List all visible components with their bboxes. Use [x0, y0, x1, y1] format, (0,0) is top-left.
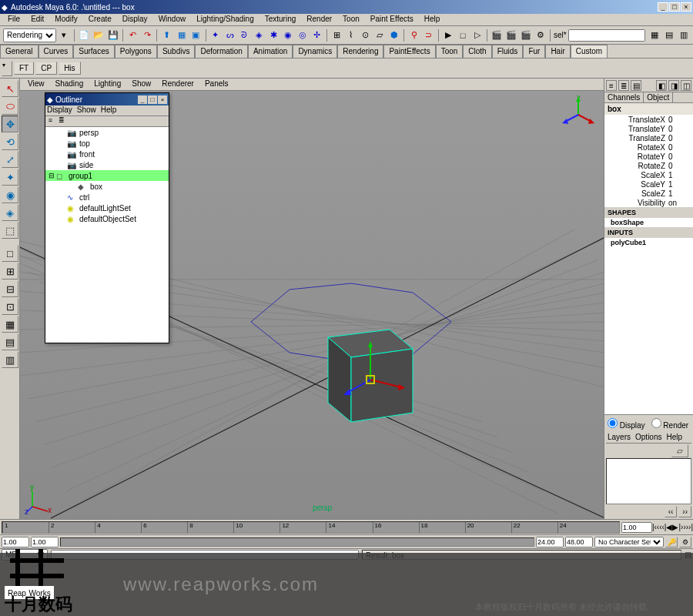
outliner-item[interactable]: 📷persp [45, 127, 169, 138]
cb-icon-2[interactable]: ≣ [618, 80, 629, 91]
vp-menu-view[interactable]: View [23, 79, 49, 90]
render-globals-button[interactable]: ▷ [470, 28, 484, 42]
outliner-item[interactable]: ⊟◻group1 [45, 170, 169, 181]
layout-button-3[interactable]: ▦ [2, 316, 18, 333]
render-button[interactable]: □ [457, 28, 470, 42]
menu-edit[interactable]: Edit [26, 14, 49, 25]
soft-modification-tool[interactable]: ◉ [2, 186, 18, 203]
outliner-close-button[interactable]: × [158, 95, 167, 104]
menu-modify[interactable]: Modify [50, 14, 82, 25]
shelf-tab-painteffects[interactable]: PaintEffects [383, 45, 435, 58]
mask-joint-icon[interactable]: ᔕ [223, 28, 236, 42]
cb-icon-6[interactable]: ◫ [681, 80, 691, 91]
scale-tool[interactable]: ⤢ [2, 151, 18, 168]
manip-tool[interactable]: ✦ [2, 169, 18, 186]
cb-icon-1[interactable]: ≡ [606, 80, 617, 91]
command-input[interactable] [51, 550, 359, 560]
cube-object[interactable] [305, 306, 436, 437]
menu-file[interactable]: File [3, 14, 25, 25]
play-start-field[interactable] [31, 537, 59, 547]
outliner-filter-icon[interactable]: ≡ [45, 116, 56, 126]
outliner-maximize-button[interactable]: □ [148, 95, 157, 104]
menu-help[interactable]: Help [420, 14, 445, 25]
history-toggle-button[interactable]: ⚲ [407, 28, 420, 42]
snap-point-button[interactable]: ⊙ [359, 28, 372, 42]
shelf-tab-rendering[interactable]: Rendering [337, 45, 383, 58]
outliner-panel[interactable]: ◆ Outliner _ □ × Display Show Help ≡ ≣ [45, 92, 169, 343]
shelf-options-icon[interactable]: ▾ [2, 61, 12, 76]
cb-icon-4[interactable]: ◧ [656, 80, 667, 91]
outliner-menu-display[interactable]: Display [47, 105, 72, 116]
menu-lighting[interactable]: Lighting/Shading [192, 14, 259, 25]
vp-menu-lighting[interactable]: Lighting [89, 79, 126, 90]
channel-attr-row[interactable]: ScaleX1 [604, 170, 693, 179]
outliner-item[interactable]: ◉defaultLightSet [45, 203, 169, 213]
layout-button-4[interactable]: ▤ [2, 333, 18, 350]
outliner-minimize-button[interactable]: _ [138, 95, 147, 104]
menu-texturing[interactable]: Texturing [260, 14, 301, 25]
snap-curve-button[interactable]: ⌇ [344, 28, 357, 42]
mask-deform-icon[interactable]: ✱ [267, 28, 280, 42]
outliner-item[interactable]: ∿ctrl [45, 192, 169, 203]
menu-render[interactable]: Render [302, 14, 336, 25]
clapboard-icon[interactable]: 🎬 [490, 28, 504, 42]
channel-attr-row[interactable]: ScaleY1 [604, 179, 693, 189]
layout-button-5[interactable]: ▥ [2, 351, 18, 368]
goto-end-button[interactable]: ›| [688, 523, 693, 531]
channel-attr-row[interactable]: TranslateX0 [604, 115, 693, 124]
shelf-button-ft[interactable]: FT [14, 62, 34, 75]
scroll-right-button[interactable]: ›› [678, 506, 691, 517]
single-view-button[interactable]: □ [2, 245, 18, 262]
select-tool[interactable]: ↖ [2, 80, 18, 97]
module-dropdown[interactable]: Rendering [3, 28, 56, 42]
close-button[interactable]: × [681, 2, 691, 12]
outliner-item[interactable]: ◆box [45, 181, 169, 192]
anim-prefs-button[interactable]: ⚙ [679, 537, 691, 547]
maximize-button[interactable]: □ [669, 2, 680, 12]
layout-button-2[interactable]: ⊡ [2, 298, 18, 315]
move-tool[interactable]: ✥ [2, 116, 18, 132]
outliner-menu-show[interactable]: Show [77, 105, 96, 116]
show-manip-tool[interactable]: ◈ [2, 204, 18, 221]
step-back-button[interactable]: ‹‹ [657, 523, 662, 531]
rotate-tool[interactable]: ⟲ [2, 133, 18, 150]
vp-menu-show[interactable]: Show [127, 79, 156, 90]
settings-icon[interactable]: ⚙ [534, 28, 547, 42]
time-slider[interactable]: 124681012141618202224 |‹ ‹‹ ‹| ◀ ▶ |› ››… [0, 519, 693, 534]
script-editor-button[interactable]: ▤ [685, 551, 691, 559]
shelf-tab-deformation[interactable]: Deformation [195, 45, 247, 58]
menu-painteffects[interactable]: Paint Effects [366, 14, 418, 25]
mask-curve-icon[interactable]: ᘐ [238, 28, 251, 42]
play-back-button[interactable]: ◀ [666, 523, 672, 531]
anim-end-field[interactable] [565, 537, 593, 547]
step-forward-button[interactable]: ›› [683, 523, 688, 531]
ipr-button[interactable]: ▶ [442, 28, 455, 42]
open-scene-button[interactable]: 📂 [92, 28, 105, 42]
four-view-button[interactable]: ⊞ [2, 263, 18, 280]
mask-surface-icon[interactable]: ◈ [253, 28, 266, 42]
mask-dynamic-icon[interactable]: ◉ [281, 28, 294, 42]
shelf-tab-surfaces[interactable]: Surfaces [73, 45, 114, 58]
character-set-dropdown[interactable]: No Character Set [594, 537, 664, 547]
layout-icon-1[interactable]: ▦ [648, 28, 661, 42]
shelf-tab-general[interactable]: General [0, 45, 38, 58]
layer-menu-layers[interactable]: Layers [608, 433, 631, 441]
vp-menu-renderer[interactable]: Renderer [157, 79, 199, 90]
render-radio[interactable]: Render [651, 418, 689, 430]
shelf-tab-animation[interactable]: Animation [248, 45, 293, 58]
outliner-filter-icon-2[interactable]: ≣ [56, 116, 67, 126]
menu-toon[interactable]: Toon [338, 14, 364, 25]
menu-create[interactable]: Create [84, 14, 116, 25]
channel-attr-row[interactable]: Visibilityon [604, 198, 693, 207]
current-frame-field[interactable] [621, 522, 652, 533]
outliner-item[interactable]: 📷front [45, 149, 169, 159]
quick-select-field[interactable] [568, 29, 645, 42]
select-component-button[interactable]: ▣ [189, 28, 203, 42]
redo-button[interactable]: ↷ [141, 28, 154, 42]
clapboard-icon-2[interactable]: 🎬 [505, 28, 518, 42]
shelf-tab-polygons[interactable]: Polygons [115, 45, 157, 58]
channels-tab[interactable]: Channels [604, 92, 644, 102]
clapboard-icon-3[interactable]: 🎬 [520, 28, 533, 42]
play-end-field[interactable] [536, 537, 564, 547]
shelf-tab-curves[interactable]: Curves [38, 45, 74, 58]
